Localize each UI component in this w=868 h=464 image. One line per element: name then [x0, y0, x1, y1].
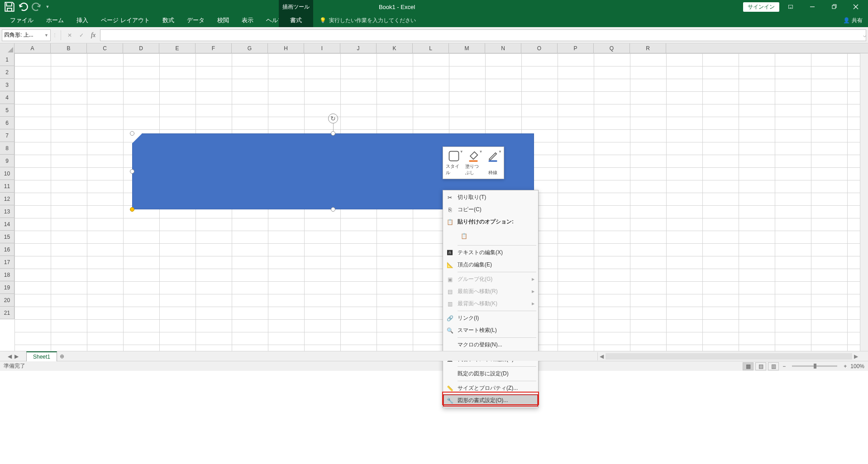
column-header[interactable]: D: [123, 43, 159, 53]
cancel-button[interactable]: ✕: [65, 30, 75, 40]
restore-button[interactable]: [824, 0, 844, 14]
page-layout-view-button[interactable]: ▤: [755, 362, 766, 370]
tab-file[interactable]: ファイル: [4, 14, 40, 27]
column-header[interactable]: H: [268, 43, 304, 53]
menu-set-default[interactable]: 既定の図形に設定(D): [443, 368, 538, 380]
row-header[interactable]: 17: [0, 256, 14, 269]
row-header[interactable]: 4: [0, 91, 14, 104]
share-button[interactable]: 👤 共有: [843, 17, 863, 24]
outline-button[interactable]: 枠線 ▼: [483, 149, 502, 177]
sheet-tab-sheet1[interactable]: Sheet1: [26, 351, 57, 361]
menu-copy[interactable]: ⎘コピー(C): [443, 204, 538, 216]
row-header[interactable]: 21: [0, 307, 14, 319]
menu-cut[interactable]: ✂切り取り(T): [443, 191, 538, 204]
tell-me-search[interactable]: 💡 実行したい作業を入力してください: [320, 17, 416, 24]
tab-formulas[interactable]: 数式: [156, 14, 181, 27]
column-header[interactable]: J: [340, 43, 377, 53]
fill-button[interactable]: 塗りつぶし ▼: [464, 149, 483, 177]
tab-home[interactable]: ホーム: [40, 14, 70, 27]
column-header[interactable]: I: [304, 43, 340, 53]
column-header[interactable]: M: [449, 43, 485, 53]
row-header[interactable]: 9: [0, 155, 14, 167]
resize-handle-b[interactable]: [331, 207, 335, 212]
expand-formula-bar-button[interactable]: ⌵: [863, 32, 866, 38]
row-header[interactable]: 20: [0, 294, 14, 307]
name-box[interactable]: 四角形: 上... ▼: [2, 29, 51, 41]
column-header[interactable]: G: [232, 43, 268, 53]
ribbon-options-button[interactable]: [780, 0, 801, 14]
column-header[interactable]: E: [159, 43, 196, 53]
tab-insert[interactable]: 挿入: [70, 14, 95, 27]
row-header[interactable]: 12: [0, 193, 14, 205]
select-all-button[interactable]: [0, 43, 14, 53]
zoom-level[interactable]: 100%: [850, 363, 864, 369]
zoom-slider[interactable]: [792, 365, 837, 367]
rotate-handle[interactable]: [328, 114, 338, 123]
menu-link[interactable]: 🔗リンク(I): [443, 312, 538, 324]
resize-handle-l[interactable]: [130, 169, 134, 174]
zoom-in-button[interactable]: +: [842, 363, 849, 369]
row-header[interactable]: 8: [0, 142, 14, 155]
close-button[interactable]: [845, 0, 866, 14]
signin-button[interactable]: サインイン: [743, 2, 779, 12]
row-header[interactable]: 16: [0, 243, 14, 256]
minimize-button[interactable]: [802, 0, 823, 14]
normal-view-button[interactable]: ▦: [743, 362, 754, 370]
paste-option-button[interactable]: 📋: [458, 230, 470, 242]
tab-view[interactable]: 表示: [235, 14, 260, 27]
row-header[interactable]: 15: [0, 231, 14, 243]
row-header[interactable]: 7: [0, 129, 14, 142]
column-header[interactable]: Q: [594, 43, 630, 53]
column-header[interactable]: P: [558, 43, 594, 53]
row-header[interactable]: 10: [0, 167, 14, 180]
row-header[interactable]: 2: [0, 66, 14, 79]
adjustment-handle[interactable]: [130, 207, 134, 212]
row-header[interactable]: 3: [0, 79, 14, 91]
resize-handle-tl[interactable]: [130, 131, 134, 136]
row-header[interactable]: 19: [0, 281, 14, 294]
row-header[interactable]: 14: [0, 218, 14, 231]
column-header[interactable]: K: [377, 43, 413, 53]
insert-function-button[interactable]: fx: [88, 32, 98, 39]
row-header[interactable]: 11: [0, 180, 14, 193]
column-header[interactable]: B: [51, 43, 87, 53]
horizontal-scrollbar[interactable]: ◀▶: [597, 352, 860, 360]
add-sheet-button[interactable]: ⊕: [57, 351, 67, 361]
style-gallery-button[interactable]: スタイル ▼: [445, 149, 463, 177]
menu-smart-lookup[interactable]: 🔍スマート検索(L): [443, 324, 538, 336]
menu-assign-macro[interactable]: マクロの登録(N)...: [443, 339, 538, 351]
enter-button[interactable]: ✓: [76, 30, 86, 40]
column-header[interactable]: C: [87, 43, 123, 53]
column-header[interactable]: O: [521, 43, 558, 53]
row-header[interactable]: 18: [0, 269, 14, 281]
redo-button[interactable]: [31, 1, 43, 13]
customize-qat-button[interactable]: ▼: [44, 1, 51, 13]
tab-review[interactable]: 校閲: [211, 14, 235, 27]
row-header[interactable]: 1: [0, 53, 14, 66]
menu-edit-points[interactable]: 📐頂点の編集(E): [443, 259, 538, 271]
tab-format[interactable]: 書式: [279, 14, 313, 27]
row-header[interactable]: 6: [0, 117, 14, 129]
formula-input[interactable]: [100, 29, 866, 41]
text-edit-icon: 🅰: [446, 249, 454, 257]
column-header[interactable]: N: [485, 43, 521, 53]
name-box-value: 四角形: 上...: [4, 31, 33, 39]
row-header[interactable]: 13: [0, 205, 14, 218]
row-header[interactable]: 5: [0, 104, 14, 117]
save-button[interactable]: [4, 1, 15, 13]
resize-handle-t[interactable]: [331, 131, 335, 136]
column-header[interactable]: A: [14, 43, 51, 53]
page-break-view-button[interactable]: ▥: [768, 362, 779, 370]
vertical-scrollbar[interactable]: [860, 53, 868, 351]
tab-data[interactable]: データ: [181, 14, 211, 27]
column-header[interactable]: R: [630, 43, 666, 53]
menu-format-shape[interactable]: 🔧図形の書式設定(O)...: [443, 394, 538, 407]
menu-size-properties[interactable]: 📏サイズとプロパティ(Z)...: [443, 382, 538, 394]
undo-button[interactable]: [17, 1, 29, 13]
sheet-nav[interactable]: ◀▶: [0, 353, 26, 360]
tab-page-layout[interactable]: ページ レイアウト: [95, 14, 156, 27]
column-header[interactable]: F: [196, 43, 232, 53]
menu-edit-text[interactable]: 🅰テキストの編集(X): [443, 246, 538, 259]
column-header[interactable]: L: [413, 43, 449, 53]
zoom-out-button[interactable]: −: [781, 363, 787, 369]
